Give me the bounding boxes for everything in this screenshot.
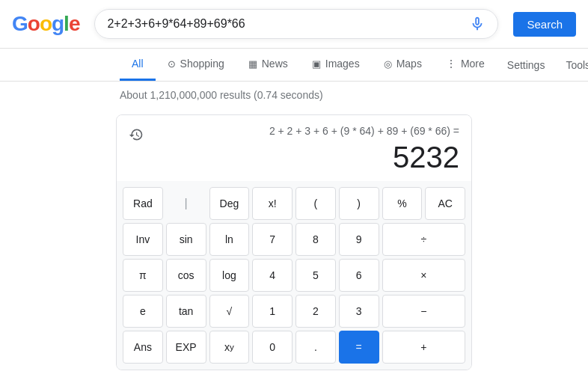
calc-expression: 2 + 2 + 3 + 6 + (9 * 64) + 89 + (69 * 66… [150,124,459,139]
btn-3[interactable]: 3 [339,295,379,328]
logo-letter-o1: o [28,12,40,35]
news-icon: ▦ [248,58,257,70]
tab-images[interactable]: ▣ Images [300,49,372,81]
calculator: 2 + 2 + 3 + 6 + (9 * 64) + 89 + (69 * 66… [116,114,472,370]
nav-right: Settings Tools [497,50,588,80]
btn-lparen[interactable]: ( [295,187,336,220]
more-info-link[interactable]: More info [0,376,588,383]
header: Google Search [0,0,588,49]
btn-rad[interactable]: Rad [123,187,163,220]
more-icon: ⋮ [446,58,456,70]
btn-ans[interactable]: Ans [123,331,163,364]
search-input[interactable] [107,17,463,31]
calc-display: 2 + 2 + 3 + 6 + (9 * 64) + 89 + (69 * 66… [117,115,471,181]
btn-subtract[interactable]: − [382,295,466,328]
logo-letter-o2: o [40,12,52,35]
maps-tab-label: Maps [396,58,422,70]
btn-sqrt[interactable]: √ [209,295,250,328]
news-tab-label: News [262,58,288,70]
btn-divide[interactable]: ÷ [382,223,466,256]
btn-ac[interactable]: AC [425,187,465,220]
btn-ln[interactable]: ln [209,223,250,256]
calc-result: 5232 [150,139,459,175]
btn-deg[interactable]: Deg [209,187,250,220]
btn-exp[interactable]: EXP [166,331,206,364]
btn-8[interactable]: 8 [295,223,336,256]
btn-rparen[interactable]: ) [339,187,379,220]
nav-tabs: All ⊙ Shopping ▦ News ▣ Images ◎ Maps ⋮ … [0,49,588,82]
btn-euler[interactable]: e [123,295,163,328]
search-bar [94,9,498,39]
btn-7[interactable]: 7 [252,223,293,256]
btn-9[interactable]: 9 [339,223,379,256]
mic-icon[interactable] [469,16,486,32]
result-count: About 1,210,000,000 results (0.74 second… [0,82,588,108]
all-tab-label: All [132,58,144,70]
logo-letter-g: G [12,12,28,35]
btn-factorial[interactable]: x! [252,187,293,220]
shopping-icon: ⊙ [168,58,176,70]
btn-tan[interactable]: tan [166,295,206,328]
images-tab-label: Images [325,58,360,70]
btn-log[interactable]: log [209,259,250,292]
tab-maps[interactable]: ◎ Maps [372,49,434,81]
btn-separator: | [166,187,206,220]
btn-0[interactable]: 0 [252,331,293,364]
btn-power[interactable]: xy [209,331,250,364]
calc-buttons: Rad | Deg x! ( ) % AC Inv sin ln 7 8 9 ÷… [117,181,471,370]
tab-news[interactable]: ▦ News [236,49,300,81]
tab-all[interactable]: All [120,49,156,81]
btn-pi[interactable]: π [123,259,163,292]
btn-add[interactable]: + [382,331,466,364]
search-button[interactable]: Search [513,12,576,37]
btn-6[interactable]: 6 [339,259,379,292]
btn-equals[interactable]: = [339,331,379,364]
tab-more[interactable]: ⋮ More [434,49,497,81]
btn-2[interactable]: 2 [295,295,336,328]
tools-link[interactable]: Tools [555,50,588,80]
btn-1[interactable]: 1 [252,295,293,328]
maps-icon: ◎ [384,58,392,70]
tab-shopping[interactable]: ⊙ Shopping [156,49,236,81]
calc-expression-area: 2 + 2 + 3 + 6 + (9 * 64) + 89 + (69 * 66… [150,124,459,175]
logo-letter-l: l [64,12,69,35]
btn-decimal[interactable]: . [295,331,336,364]
btn-5[interactable]: 5 [295,259,336,292]
btn-sin[interactable]: sin [166,223,206,256]
btn-percent[interactable]: % [382,187,423,220]
btn-multiply[interactable]: × [382,259,466,292]
btn-inv[interactable]: Inv [123,223,163,256]
btn-cos[interactable]: cos [166,259,206,292]
google-logo: Google [12,12,79,36]
settings-link[interactable]: Settings [497,50,556,80]
logo-letter-g2: g [52,12,64,35]
btn-4[interactable]: 4 [252,259,293,292]
more-tab-label: More [461,58,485,70]
history-icon[interactable] [129,127,144,146]
logo-letter-e: e [69,12,80,35]
shopping-tab-label: Shopping [180,58,224,70]
images-icon: ▣ [312,58,321,70]
